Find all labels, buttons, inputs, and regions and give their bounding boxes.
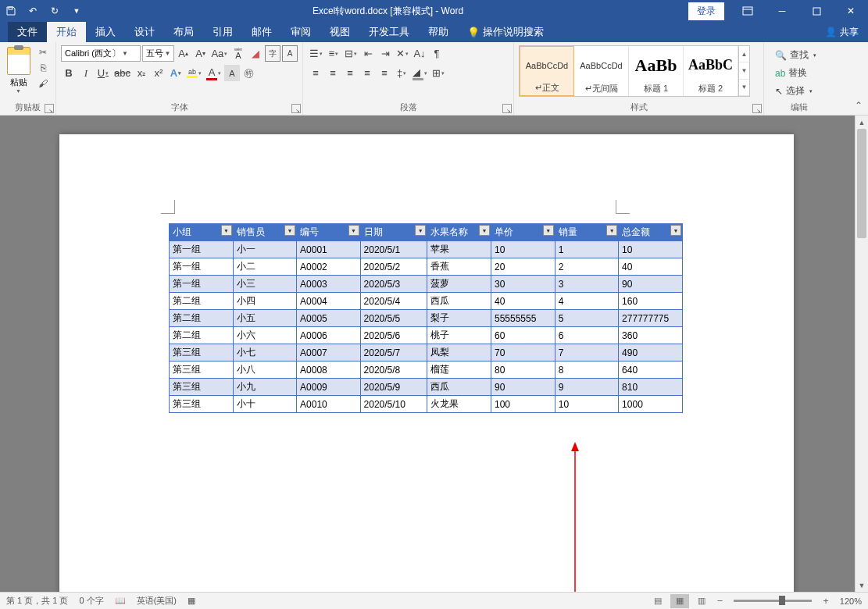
tab-review[interactable]: 审阅 [281, 22, 320, 42]
table-cell[interactable]: 小十 [233, 396, 297, 413]
undo-icon[interactable]: ↶ [22, 0, 44, 22]
table-cell[interactable]: 榴莲 [427, 361, 491, 379]
table-cell[interactable]: 小九 [233, 379, 297, 396]
format-painter-icon[interactable]: 🖌 [35, 77, 51, 91]
table-cell[interactable]: 第一组 [170, 241, 234, 258]
table-cell[interactable]: 小三 [233, 276, 297, 293]
table-cell[interactable]: 6 [555, 327, 618, 344]
table-cell[interactable]: 小二 [233, 258, 297, 276]
table-cell[interactable]: 小八 [233, 361, 297, 379]
justify-icon[interactable]: ≡ [359, 65, 375, 81]
font-size-combo[interactable]: 五号▼ [142, 45, 174, 62]
zoom-out-button[interactable]: − [714, 595, 727, 607]
web-layout-icon[interactable]: ▥ [692, 594, 711, 608]
scroll-down-icon[interactable]: ▼ [855, 579, 868, 592]
macro-icon[interactable]: ▦ [188, 596, 195, 606]
tab-design[interactable]: 设计 [125, 22, 164, 42]
align-right-icon[interactable]: ≡ [342, 65, 358, 81]
document-area[interactable]: 小组▼销售员▼编号▼日期▼水果名称▼单价▼销量▼总金额▼ 第一组小一A00012… [0, 116, 855, 592]
gallery-down-icon[interactable]: ▼ [739, 62, 749, 79]
table-cell[interactable]: 2020/5/3 [360, 276, 427, 293]
enclose-icon[interactable]: 字 [265, 45, 280, 62]
replace-button[interactable]: ab替换 [772, 65, 827, 81]
table-cell[interactable]: 第一组 [170, 276, 234, 293]
filter-icon[interactable]: ▼ [284, 225, 295, 236]
table-cell[interactable]: 第三组 [170, 344, 234, 361]
table-cell[interactable]: 70 [491, 344, 555, 361]
increase-indent-icon[interactable]: ⇥ [377, 45, 393, 62]
table-cell[interactable]: 2020/5/8 [360, 361, 427, 379]
superscript-button[interactable]: x² [151, 65, 166, 81]
char-shading-icon[interactable]: A [224, 65, 240, 81]
table-cell[interactable]: 2020/5/5 [360, 310, 427, 327]
table-cell[interactable]: 60 [491, 327, 555, 344]
table-cell[interactable]: 第三组 [170, 396, 234, 413]
table-cell[interactable]: 小五 [233, 310, 297, 327]
table-cell[interactable]: 90 [619, 276, 683, 293]
collapse-ribbon-icon[interactable]: ⌃ [852, 99, 865, 112]
redo-icon[interactable]: ↻ [44, 0, 66, 22]
table-cell[interactable]: 凤梨 [427, 344, 491, 361]
text-effects-icon[interactable]: A▾ [168, 65, 184, 81]
table-cell[interactable]: 菠萝 [427, 276, 491, 293]
qat-more-icon[interactable]: ▼ [66, 0, 88, 22]
table-cell[interactable]: 2020/5/9 [360, 379, 427, 396]
zoom-slider[interactable] [734, 600, 812, 602]
font-dialog-launcher[interactable] [291, 104, 301, 113]
copy-icon[interactable]: ⎘ [35, 61, 51, 75]
table-cell[interactable]: 2 [555, 258, 618, 276]
table-cell[interactable]: 2020/5/6 [360, 327, 427, 344]
tab-help[interactable]: 帮助 [419, 22, 458, 42]
filter-icon[interactable]: ▼ [543, 225, 554, 236]
filter-icon[interactable]: ▼ [348, 225, 359, 236]
table-cell[interactable]: 277777775 [619, 310, 683, 327]
table-cell[interactable]: 香蕉 [427, 258, 491, 276]
table-cell[interactable]: 30 [491, 276, 555, 293]
asian-layout-icon[interactable]: ✕▾ [395, 45, 410, 62]
align-left-icon[interactable]: ≡ [308, 65, 323, 81]
char-border-icon[interactable]: A [282, 45, 298, 62]
strike-button[interactable]: abc [113, 65, 132, 81]
spellcheck-icon[interactable]: 📖 [115, 596, 126, 606]
select-button[interactable]: ↖选择▾ [772, 83, 827, 99]
table-cell[interactable]: 2020/5/4 [360, 293, 427, 310]
table-cell[interactable]: 10 [619, 241, 683, 258]
shading-icon[interactable]: ◢▾ [411, 65, 429, 81]
zoom-thumb[interactable] [779, 596, 785, 605]
zoom-level[interactable]: 120% [840, 597, 862, 606]
login-button[interactable]: 登录 [688, 2, 724, 20]
numbering-icon[interactable]: ≡▾ [326, 45, 341, 62]
table-cell[interactable]: 小七 [233, 344, 297, 361]
table-cell[interactable]: 第三组 [170, 379, 234, 396]
gallery-more-icon[interactable]: ▼ [739, 80, 749, 96]
minimize-icon[interactable]: ─ [765, 0, 799, 22]
tab-developer[interactable]: 开发工具 [359, 22, 419, 42]
table-cell[interactable]: 2020/5/1 [360, 241, 427, 258]
filter-icon[interactable]: ▼ [415, 225, 426, 236]
sort-icon[interactable]: A↓ [412, 45, 427, 62]
clipboard-dialog-launcher[interactable] [45, 104, 54, 113]
table-cell[interactable]: 10 [491, 241, 555, 258]
borders-icon[interactable]: ⊞▾ [430, 65, 446, 81]
table-cell[interactable]: 20 [491, 258, 555, 276]
italic-button[interactable]: I [78, 65, 94, 81]
tab-home[interactable]: 开始 [47, 22, 86, 42]
decrease-indent-icon[interactable]: ⇤ [360, 45, 376, 62]
table-cell[interactable]: 100 [491, 396, 555, 413]
filter-icon[interactable]: ▼ [670, 225, 681, 236]
show-marks-icon[interactable]: ¶ [429, 45, 445, 62]
table-cell[interactable]: 第三组 [170, 361, 234, 379]
filter-icon[interactable]: ▼ [606, 225, 617, 236]
table-cell[interactable]: 40 [491, 293, 555, 310]
tab-file[interactable]: 文件 [8, 22, 47, 42]
table-cell[interactable]: 2020/5/10 [360, 396, 427, 413]
bold-button[interactable]: B [61, 65, 77, 81]
scroll-up-icon[interactable]: ▲ [855, 116, 868, 129]
table-cell[interactable]: 8 [555, 361, 618, 379]
vertical-scrollbar[interactable]: ▲ ▼ [855, 116, 868, 592]
table-cell[interactable]: 小四 [233, 293, 297, 310]
underline-button[interactable]: U▾ [95, 65, 111, 81]
grow-font-icon[interactable]: A▴ [176, 45, 191, 62]
table-cell[interactable]: A0009 [297, 379, 361, 396]
language-status[interactable]: 英语(美国) [137, 595, 177, 607]
